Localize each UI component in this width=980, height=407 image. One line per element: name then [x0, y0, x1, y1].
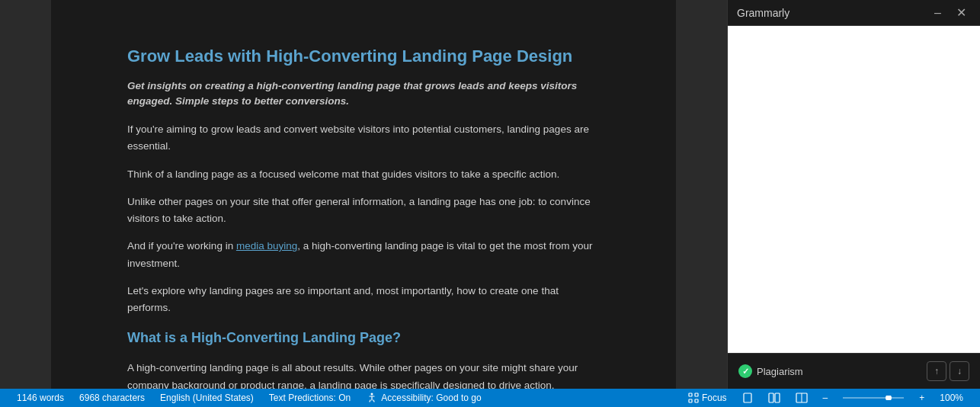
text-predictions-status[interactable]: Text Predictions: On: [261, 389, 358, 407]
svg-rect-2: [695, 393, 698, 396]
grammarly-close-button[interactable]: ✕: [952, 5, 971, 21]
svg-rect-5: [744, 393, 751, 402]
document-page: Grow Leads with High-Converting Landing …: [51, 0, 676, 389]
view-single-page-status[interactable]: [735, 393, 761, 403]
grammarly-nav-up-button[interactable]: ↑: [927, 361, 946, 381]
plagiarism-check-icon: [738, 364, 752, 378]
focus-icon: [688, 393, 699, 403]
side-by-side-icon: [796, 393, 808, 403]
view-multi-page-status[interactable]: [761, 393, 788, 403]
view-side-by-side-status[interactable]: [788, 393, 815, 403]
editor-area: Grow Leads with High-Converting Landing …: [0, 0, 727, 389]
svg-point-0: [371, 393, 373, 396]
zoom-in-status[interactable]: +: [911, 393, 932, 403]
para-4-before: And if you're working in: [127, 240, 236, 252]
multi-page-icon: [768, 393, 780, 403]
word-count-status[interactable]: 1146 words: [9, 389, 72, 407]
document-title: Grow Leads with High-Converting Landing …: [127, 46, 600, 68]
accessibility-status[interactable]: Accessibility: Good to go: [358, 389, 488, 407]
grammarly-header: Grammarly – ✕: [728, 0, 980, 26]
svg-rect-6: [769, 393, 773, 402]
single-page-icon: [742, 393, 753, 403]
para-3: Unlike other pages on your site that off…: [127, 194, 600, 228]
grammarly-minimize-button[interactable]: –: [930, 5, 946, 21]
grammarly-controls: – ✕: [930, 5, 971, 21]
grammarly-footer: Plagiarism ↑ ↓: [728, 353, 980, 389]
para-5: Let's explore why landing pages are so i…: [127, 283, 600, 317]
svg-rect-4: [695, 399, 698, 402]
document-subtitle: Get insights on creating a high-converti…: [127, 79, 600, 110]
para-2: Think of a landing page as a focused wel…: [127, 166, 600, 183]
language-status[interactable]: English (United States): [152, 389, 261, 407]
grammarly-panel: Grammarly – ✕ Plagiarism ↑ ↓: [727, 0, 980, 389]
svg-rect-7: [775, 393, 780, 402]
para-4: And if you're working in media buying, a…: [127, 238, 600, 272]
grammarly-nav-down-button[interactable]: ↓: [950, 361, 969, 381]
para-1: If you're aiming to grow leads and conve…: [127, 121, 600, 155]
grammarly-content-area: [728, 26, 980, 353]
status-bar-right: Focus – + 100%: [681, 393, 971, 403]
plagiarism-badge[interactable]: Plagiarism: [738, 364, 803, 378]
focus-label: Focus: [702, 393, 727, 403]
document-h2: What is a High-Converting Landing Page?: [127, 327, 600, 349]
zoom-level-status[interactable]: 100%: [932, 393, 971, 403]
accessibility-label: Accessibility: Good to go: [381, 393, 481, 403]
grammarly-nav-buttons: ↑ ↓: [927, 361, 969, 381]
svg-rect-3: [689, 399, 692, 402]
char-count-status[interactable]: 6968 characters: [72, 389, 152, 407]
status-bar: 1146 words 6968 characters English (Unit…: [0, 389, 980, 407]
svg-rect-1: [689, 393, 692, 396]
zoom-slider-icon: [843, 396, 904, 400]
focus-status[interactable]: Focus: [681, 393, 735, 403]
para-6: A high-converting landing page is all ab…: [127, 360, 600, 389]
zoom-out-status[interactable]: –: [815, 393, 836, 403]
zoom-slider-status[interactable]: [835, 396, 911, 400]
plagiarism-label: Plagiarism: [757, 366, 803, 377]
svg-point-11: [886, 396, 892, 400]
main-area: Grow Leads with High-Converting Landing …: [0, 0, 980, 389]
grammarly-title: Grammarly: [737, 7, 789, 19]
accessibility-icon: [366, 392, 378, 404]
media-buying-link[interactable]: media buying: [236, 240, 297, 252]
